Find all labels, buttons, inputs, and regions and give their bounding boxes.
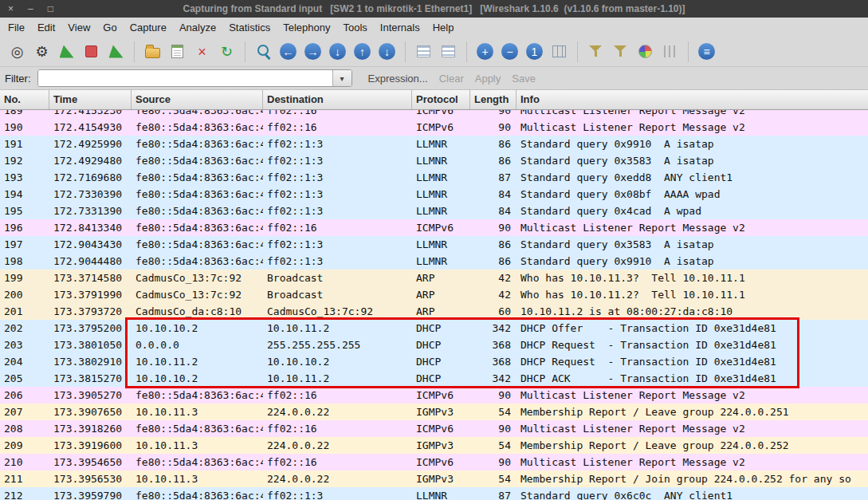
packet-row[interactable]: 200173.3791990CadmusCo_13:7c:92Broadcast… bbox=[0, 286, 868, 303]
packet-row[interactable]: 190172.4154930fe80::5da4:8363:6ac:4ff02:… bbox=[0, 119, 868, 136]
packet-row[interactable]: 201173.3793720CadmusCo_da:c8:10CadmusCo_… bbox=[0, 303, 868, 320]
cell-no: 211 bbox=[0, 470, 49, 487]
cell-length: 90 bbox=[470, 219, 516, 236]
close-file-icon[interactable]: × bbox=[191, 41, 213, 62]
filter-dropdown-icon[interactable]: ▾ bbox=[332, 70, 352, 86]
cell-time: 173.3907650 bbox=[49, 404, 132, 420]
cell-protocol: IGMPv3 bbox=[412, 437, 470, 454]
packet-row[interactable]: 204173.380291010.10.11.210.10.10.2DHCP36… bbox=[0, 353, 868, 370]
filter-input[interactable] bbox=[38, 70, 332, 86]
resize-columns-icon[interactable] bbox=[548, 41, 570, 62]
packet-row[interactable]: 208173.3918260fe80::5da4:8363:6ac:4ff02:… bbox=[0, 420, 868, 437]
cell-time: 172.9044480 bbox=[49, 253, 132, 270]
packet-row[interactable]: 197172.9043430fe80::5da4:8363:6ac:4ff02:… bbox=[0, 236, 868, 253]
packet-row[interactable]: 199173.3714580CadmusCo_13:7c:92Broadcast… bbox=[0, 270, 868, 286]
packet-row[interactable]: 193172.7169680fe80::5da4:8363:6ac:4ff02:… bbox=[0, 169, 868, 186]
filter-label: Filter: bbox=[5, 73, 31, 85]
maximize-window-icon[interactable]: □ bbox=[48, 4, 53, 14]
column-header-destination[interactable]: Destination bbox=[263, 90, 412, 109]
cell-destination: 224.0.0.22 bbox=[263, 404, 412, 420]
cell-length: 342 bbox=[470, 320, 516, 337]
packet-row[interactable]: 192172.4929480fe80::5da4:8363:6ac:4ff02:… bbox=[0, 152, 868, 169]
cell-time: 173.3815270 bbox=[49, 370, 132, 387]
forward-icon[interactable]: → bbox=[302, 41, 324, 62]
cell-source: fe80::5da4:8363:6ac:4 bbox=[132, 454, 263, 470]
display-filters-icon[interactable] bbox=[610, 41, 631, 62]
column-header-info[interactable]: Info bbox=[516, 90, 868, 109]
menu-item-capture[interactable]: Capture bbox=[124, 19, 173, 36]
zoom-in-icon[interactable]: + bbox=[474, 41, 496, 62]
filter-button-apply[interactable]: Apply bbox=[475, 73, 501, 85]
menu-item-go[interactable]: Go bbox=[96, 19, 123, 36]
back-icon[interactable]: ← bbox=[277, 41, 299, 62]
column-header-time[interactable]: Time bbox=[49, 90, 132, 109]
help-icon[interactable]: ≡ bbox=[696, 41, 717, 62]
packet-row[interactable]: 206173.3905270fe80::5da4:8363:6ac:4ff02:… bbox=[0, 387, 868, 404]
coloring-rules-icon[interactable] bbox=[634, 41, 656, 62]
reload-icon[interactable]: ↻ bbox=[216, 41, 238, 62]
colorize-icon-shape bbox=[417, 45, 430, 57]
zoom-out-icon[interactable]: − bbox=[499, 41, 520, 62]
cell-info: Membership Report / Leave group 224.0.0.… bbox=[516, 437, 868, 454]
back-icon-glyph: ← bbox=[280, 43, 297, 60]
save-file-icon[interactable] bbox=[167, 41, 188, 62]
packet-row[interactable]: 212173.3959790fe80::5da4:8363:6ac:4ff02:… bbox=[0, 487, 868, 500]
start-capture-icon[interactable] bbox=[56, 41, 77, 62]
cell-time: 173.3791990 bbox=[49, 286, 132, 303]
filter-button-expression[interactable]: Expression... bbox=[368, 73, 428, 85]
menu-item-analyze[interactable]: Analyze bbox=[173, 19, 222, 36]
cell-protocol: DHCP bbox=[412, 320, 470, 337]
packet-row[interactable]: 195172.7331390fe80::5da4:8363:6ac:4ff02:… bbox=[0, 203, 868, 219]
open-file-icon[interactable] bbox=[142, 41, 163, 62]
menu-item-tools[interactable]: Tools bbox=[336, 19, 373, 36]
list-interfaces-icon[interactable]: ◎ bbox=[6, 41, 28, 62]
menu-item-help[interactable]: Help bbox=[426, 19, 461, 36]
cell-source: CadmusCo_13:7c:92 bbox=[132, 286, 263, 303]
close-window-icon[interactable]: × bbox=[8, 4, 14, 14]
packet-row[interactable]: 210173.3954650fe80::5da4:8363:6ac:4ff02:… bbox=[0, 454, 868, 470]
menu-item-telephony[interactable]: Telephony bbox=[277, 19, 336, 36]
column-header-no[interactable]: No. bbox=[0, 90, 49, 109]
column-header-length[interactable]: Length bbox=[470, 90, 516, 109]
stop-capture-icon[interactable] bbox=[81, 41, 102, 62]
goto-bottom-icon[interactable]: ↓ bbox=[376, 41, 398, 62]
menu-item-file[interactable]: File bbox=[2, 19, 31, 36]
packet-row[interactable]: 191172.4925990fe80::5da4:8363:6ac:4ff02:… bbox=[0, 136, 868, 152]
cell-no: 210 bbox=[0, 454, 49, 470]
cell-length: 90 bbox=[470, 420, 516, 437]
cell-time: 173.3905270 bbox=[49, 387, 132, 404]
cell-source: 10.10.10.2 bbox=[132, 320, 263, 337]
menu-item-edit[interactable]: Edit bbox=[31, 19, 61, 36]
packet-row[interactable]: 194172.7330390fe80::5da4:8363:6ac:4ff02:… bbox=[0, 186, 868, 203]
packet-row[interactable]: 207173.390765010.10.11.3224.0.0.22IGMPv3… bbox=[0, 404, 868, 420]
zoom-100-icon[interactable]: 1 bbox=[524, 41, 545, 62]
capture-filters-icon[interactable] bbox=[585, 41, 607, 62]
restart-capture-icon[interactable] bbox=[105, 41, 127, 62]
preferences-icon-shape bbox=[664, 45, 676, 57]
preferences-icon[interactable] bbox=[659, 41, 681, 62]
filter-button-save[interactable]: Save bbox=[512, 73, 536, 85]
packet-row[interactable]: 205173.381527010.10.10.210.10.11.2DHCP34… bbox=[0, 370, 868, 387]
capture-options-icon[interactable]: ⚙ bbox=[31, 41, 53, 62]
goto-top-icon[interactable]: ↑ bbox=[352, 41, 373, 62]
packet-row[interactable]: 198172.9044480fe80::5da4:8363:6ac:4ff02:… bbox=[0, 253, 868, 270]
colorize-icon[interactable] bbox=[413, 41, 434, 62]
filter-button-clear[interactable]: Clear bbox=[439, 73, 464, 85]
menu-item-internals[interactable]: Internals bbox=[374, 19, 426, 36]
packet-row[interactable]: 209173.391960010.10.11.3224.0.0.22IGMPv3… bbox=[0, 437, 868, 454]
packet-row[interactable]: 189172.4153230fe80::5da4:8363:6ac:4ff02:… bbox=[0, 110, 868, 119]
packet-row[interactable]: 196172.8413340fe80::5da4:8363:6ac:4ff02:… bbox=[0, 219, 868, 236]
packet-row[interactable]: 203173.38010500.0.0.0255.255.255.255DHCP… bbox=[0, 337, 868, 353]
goto-packet-icon[interactable]: ↓ bbox=[327, 41, 348, 62]
menu-item-view[interactable]: View bbox=[61, 19, 96, 36]
menu-item-statistics[interactable]: Statistics bbox=[222, 19, 277, 36]
column-header-source[interactable]: Source bbox=[132, 90, 263, 109]
find-icon[interactable] bbox=[253, 41, 274, 62]
autoscroll-icon[interactable] bbox=[438, 41, 459, 62]
cell-length: 86 bbox=[470, 236, 516, 253]
packet-row[interactable]: 202173.379520010.10.10.210.10.11.2DHCP34… bbox=[0, 320, 868, 337]
minimize-window-icon[interactable]: – bbox=[28, 4, 33, 14]
column-header-protocol[interactable]: Protocol bbox=[412, 90, 470, 109]
cell-source: fe80::5da4:8363:6ac:4 bbox=[132, 387, 263, 404]
packet-row[interactable]: 211173.395653010.10.11.3224.0.0.22IGMPv3… bbox=[0, 470, 868, 487]
